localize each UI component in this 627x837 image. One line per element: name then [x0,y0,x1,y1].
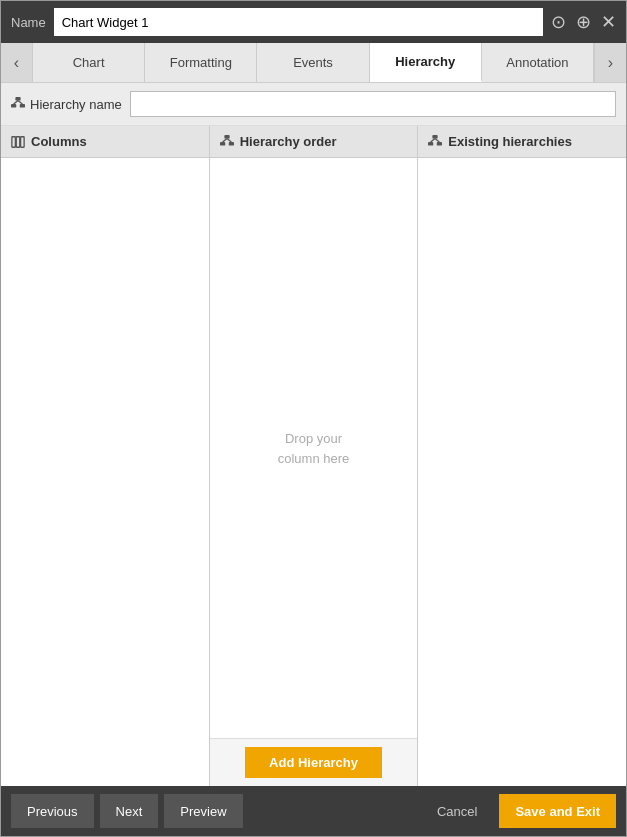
hierarchy-order-header: Hierarchy order [210,126,418,158]
svg-rect-7 [21,136,25,147]
svg-rect-14 [428,142,433,146]
svg-rect-9 [220,142,225,146]
title-bar-icons: ⊙ ⊕ ✕ [551,11,616,33]
svg-rect-8 [224,135,229,139]
existing-hierarchies-header: Existing hierarchies [418,126,626,158]
svg-rect-10 [228,142,233,146]
columns-panel: Columns [1,126,210,786]
existing-hierarchies-icon [428,135,442,149]
tab-prev-button[interactable]: ‹ [1,43,33,82]
close-icon[interactable]: ✕ [601,11,616,33]
help-icon[interactable]: ⊙ [551,11,566,33]
hierarchy-order-body[interactable]: Drop yourcolumn here [210,158,418,738]
columns-panel-header: Columns [1,126,209,158]
tab-hierarchy[interactable]: Hierarchy [370,43,482,82]
cancel-button[interactable]: Cancel [421,794,493,828]
svg-rect-0 [15,97,20,101]
hierarchy-icon [11,97,25,111]
svg-line-16 [431,138,435,142]
title-bar: Name ⊙ ⊕ ✕ [1,1,626,43]
svg-rect-13 [433,135,438,139]
previous-button[interactable]: Previous [11,794,94,828]
svg-line-3 [14,101,18,105]
tabs-bar: ‹ Chart Formatting Events Hierarchy Anno… [1,43,626,83]
move-icon[interactable]: ⊕ [576,11,591,33]
add-hierarchy-button[interactable]: Add Hierarchy [245,747,382,778]
columns-panel-body [1,158,209,786]
footer: Previous Next Preview Cancel Save and Ex… [1,786,626,836]
svg-line-12 [227,138,231,142]
tab-events[interactable]: Events [257,43,369,82]
drop-hint: Drop yourcolumn here [278,429,350,468]
tab-annotation[interactable]: Annotation [482,43,594,82]
name-label: Name [11,15,46,30]
add-hierarchy-row: Add Hierarchy [210,738,418,786]
tab-formatting[interactable]: Formatting [145,43,257,82]
svg-rect-1 [11,104,16,108]
hierarchy-name-label: Hierarchy name [11,97,122,112]
widget-name-input[interactable] [54,8,543,36]
existing-hierarchies-panel: Existing hierarchies [418,126,626,786]
svg-line-4 [18,101,22,105]
svg-rect-2 [20,104,25,108]
existing-hierarchies-body [418,158,626,786]
next-button[interactable]: Next [100,794,159,828]
columns-area: Columns Hierarchy order [1,126,626,786]
hierarchy-order-panel: Hierarchy order Drop yourcolumn here Add… [210,126,419,786]
columns-icon [11,135,25,149]
svg-rect-15 [437,142,442,146]
save-exit-button[interactable]: Save and Exit [499,794,616,828]
hierarchy-order-icon [220,135,234,149]
svg-line-11 [222,138,226,142]
tab-next-button[interactable]: › [594,43,626,82]
svg-line-17 [435,138,439,142]
tab-chart[interactable]: Chart [33,43,145,82]
svg-rect-6 [16,136,20,147]
dialog: Name ⊙ ⊕ ✕ ‹ Chart Formatting Events Hie… [0,0,627,837]
hierarchy-name-input[interactable] [130,91,616,117]
hierarchy-name-row: Hierarchy name [1,83,626,126]
content-area: Hierarchy name Columns [1,83,626,786]
svg-rect-5 [12,136,16,147]
preview-button[interactable]: Preview [164,794,242,828]
